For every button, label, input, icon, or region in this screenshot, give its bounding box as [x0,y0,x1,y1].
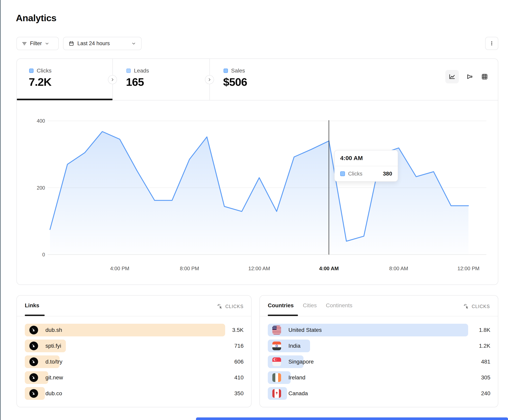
country-value: 1.8K [479,324,490,336]
area-fill [50,131,469,254]
dub-logo-icon [29,341,38,350]
sales-tab-label: Sales [231,68,245,74]
date-range-button[interactable]: Last 24 hours [63,37,142,50]
x-tick-label: 12:00 PM [452,266,486,272]
sales-legend-icon [224,69,228,73]
link-label: dub.sh [45,324,62,336]
link-label: spti.fyi [45,340,61,352]
country-row[interactable]: Ireland 305 [268,371,490,384]
calendar-icon [69,41,74,46]
bottom-blue-strip [196,417,508,420]
us-flag-icon [272,326,281,334]
countries-panel: Countries Cities Continents CLICKS Unite… [260,295,498,407]
country-label: Singapore [288,355,314,368]
analytics-card: Clicks 7.2K Leads 165 Sales $506 [16,58,498,285]
link-row[interactable]: git.new 410 [25,371,244,384]
countries-tab-underline [268,315,298,316]
country-label: Ireland [288,371,306,384]
x-tick-label: 8:00 PM [172,266,206,272]
y-tick-label: 200 [23,185,45,191]
india-flag-icon [272,341,281,350]
funnel-icon [466,73,473,80]
tab-sales[interactable]: Sales $506 [210,59,309,100]
tooltip-legend-icon [340,171,345,176]
link-label: git.new [45,371,63,384]
country-row[interactable]: India 1.2K [268,340,490,352]
tab-countries[interactable]: Countries [268,302,294,309]
clicks-value: 7.2K [29,75,51,88]
country-value: 1.2K [479,340,490,352]
links-tab-underline [25,315,45,316]
x-tick-label: 12:00 AM [242,266,276,272]
tooltip-series-label: Clicks [348,171,362,177]
clicks-area-chart[interactable]: 0200400 4:00 PM8:00 PM12:00 AM4:00 AM8:0… [17,101,499,285]
x-tick-label: 4:00 PM [103,266,137,272]
tab-cities[interactable]: Cities [303,302,317,309]
view-toggle-line-chart[interactable] [445,70,459,83]
countries-header-divider [260,316,498,316]
expand-leads-chevron-button[interactable] [205,75,214,84]
ireland-flag-icon [272,373,281,382]
clicks-legend-icon [29,69,34,73]
countries-metric-header[interactable]: CLICKS [463,304,490,310]
chevron-down-icon [131,41,136,46]
y-tick-label: 400 [23,118,45,124]
clicks-tab-label: Clicks [37,68,52,74]
country-value: 481 [481,355,490,368]
tooltip-value: 380 [383,171,392,177]
country-value: 305 [481,371,490,384]
cursor-click-icon [463,304,469,310]
view-toggle-table[interactable] [478,70,491,83]
kebab-menu-icon [489,41,494,46]
country-label: Canada [288,387,308,400]
tab-leads[interactable]: Leads 165 [113,59,209,100]
link-row[interactable]: d.to/try 606 [25,355,244,368]
country-label: India [288,340,300,352]
x-tick-label: 4:00 AM [312,266,346,272]
filter-button-label: Filter [30,40,42,47]
left-edge-divider [0,0,0,420]
singapore-flag-icon [272,357,281,366]
view-toggle-funnel[interactable] [463,70,477,83]
country-row[interactable]: Canada 240 [268,387,490,400]
x-tick-label: 8:00 AM [382,266,416,272]
y-tick-label: 0 [23,252,45,258]
cursor-click-icon [217,304,223,310]
countries-metric-label: CLICKS [472,304,490,309]
link-row[interactable]: dub.co 350 [25,387,244,400]
canada-flag-icon [272,389,281,398]
tab-continents[interactable]: Continents [326,302,352,309]
line-chart-icon [448,73,456,80]
page-title: Analytics [16,13,56,23]
sales-value: $506 [223,75,247,88]
link-value: 3.5K [232,324,244,336]
link-row[interactable]: dub.sh 3.5K [25,324,244,336]
country-value: 240 [481,387,490,400]
tab-clicks[interactable]: Clicks 7.2K [17,59,112,100]
dub-logo-icon [29,373,38,382]
more-options-button[interactable] [485,37,498,50]
filter-button[interactable]: Filter [16,37,59,50]
links-metric-label: CLICKS [225,304,244,309]
links-header-divider [17,316,251,316]
link-label: d.to/try [45,355,62,368]
tab-links[interactable]: Links [25,302,39,309]
dub-logo-icon [29,357,38,366]
country-row[interactable]: United States 1.8K [268,324,490,336]
link-row[interactable]: spti.fyi 716 [25,340,244,352]
date-range-label: Last 24 hours [77,40,110,47]
country-row[interactable]: Singapore 481 [268,355,490,368]
analytics-page: Analytics Filter Last 24 hours [0,0,508,420]
dub-logo-icon [29,326,38,334]
leads-value: 165 [126,75,144,88]
chart-canvas [17,101,499,285]
country-label: United States [288,324,322,336]
links-metric-header[interactable]: CLICKS [217,304,244,310]
expand-clicks-chevron-button[interactable] [108,75,117,84]
link-value: 716 [234,340,244,352]
link-value: 606 [234,355,244,368]
leads-tab-label: Leads [134,68,149,74]
chevron-down-icon [45,41,49,46]
leads-legend-icon [126,69,131,73]
filter-icon [22,41,27,46]
